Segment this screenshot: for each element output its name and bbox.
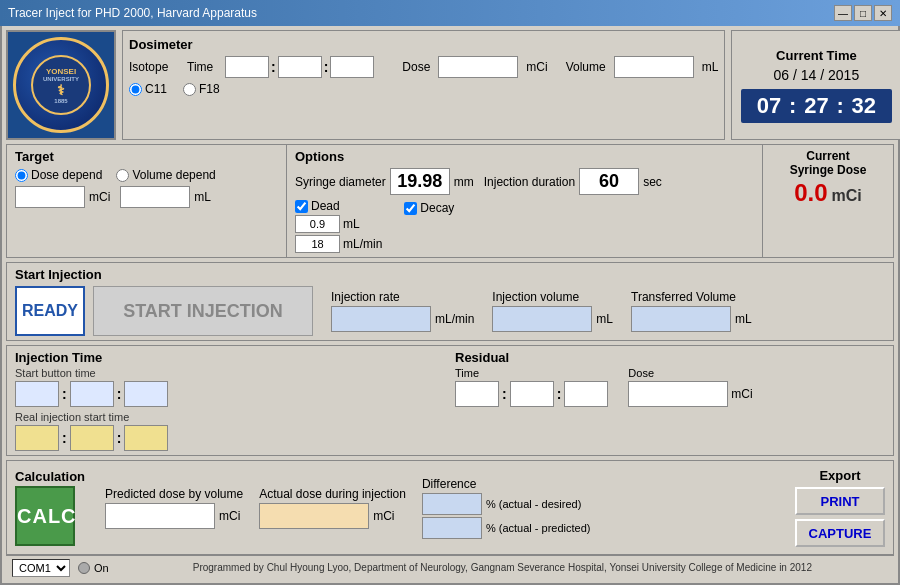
real-inj-minute[interactable]	[70, 425, 114, 451]
injection-time-title: Injection Time	[15, 350, 445, 365]
syringe-diameter-group: Syringe diameter 19.98 mm	[295, 168, 474, 195]
target-volume-input[interactable]	[120, 186, 190, 208]
real-inj-hour[interactable]	[15, 425, 59, 451]
diff-input1[interactable]	[422, 493, 482, 515]
radio-c11[interactable]: C11	[129, 82, 167, 96]
time-header-label: Time	[187, 60, 217, 74]
minimize-button[interactable]: —	[834, 5, 852, 21]
transferred-volume-unit: mL	[735, 312, 752, 326]
residual-time-minute[interactable]	[510, 381, 554, 407]
syringe-dose-unit: mCi	[832, 187, 862, 205]
dead-checkbox[interactable]	[295, 200, 308, 213]
start-btn-second[interactable]	[124, 381, 168, 407]
dose-depend-label: Dose depend	[31, 168, 102, 182]
main-window: YONSEI UNIVERSITY ⚕ 1885 Dosimeter Isoto…	[0, 26, 900, 585]
volume-depend-input[interactable]	[116, 169, 129, 182]
volume-depend-radio[interactable]: Volume depend	[116, 168, 215, 182]
capture-button[interactable]: CAPTURE	[795, 519, 885, 547]
ready-button[interactable]: READY	[15, 286, 85, 336]
dead-unit1-label: mL	[343, 217, 360, 231]
current-hour: 07	[749, 93, 789, 119]
top-section: YONSEI UNIVERSITY ⚕ 1885 Dosimeter Isoto…	[6, 30, 894, 140]
time-hour-input[interactable]	[225, 56, 269, 78]
start-button-time-label: Start button time	[15, 367, 445, 379]
radio-f18[interactable]: F18	[183, 82, 220, 96]
dosimeter-title: Dosimeter	[129, 37, 718, 52]
dose-depend-input[interactable]	[15, 169, 28, 182]
diff-row2: % (actual - predicted)	[422, 517, 591, 539]
status-bar: COM1 On Programmed by Chul Hyoung Lyoo, …	[6, 555, 894, 579]
target-dose-input[interactable]	[15, 186, 85, 208]
current-syringe-panel: Current Syringe Dose 0.0 mCi	[763, 145, 893, 257]
com-select[interactable]: COM1	[12, 559, 70, 577]
dead-val2-input[interactable]	[295, 235, 340, 253]
time-minute-input[interactable]	[278, 56, 322, 78]
syringe-dose-value: 0.0 mCi	[771, 179, 885, 207]
radio-c11-label: C11	[145, 82, 167, 96]
decay-checkbox[interactable]	[404, 202, 417, 215]
injection-volume-label: Injection volume	[492, 290, 613, 304]
start-btn-hour[interactable]	[15, 381, 59, 407]
volume-ml-label: mL	[702, 60, 719, 74]
transferred-volume-row: mL	[631, 306, 752, 332]
target-title: Target	[15, 149, 278, 164]
injection-volume-input[interactable]	[492, 306, 592, 332]
diff-input2[interactable]	[422, 517, 482, 539]
options-panel: Options Syringe diameter 19.98 mm Inject…	[287, 145, 763, 257]
residual-time-label: Time	[455, 367, 608, 379]
status-text: Programmed by Chul Hyoung Lyoo, Departme…	[117, 562, 888, 573]
transferred-volume-input[interactable]	[631, 306, 731, 332]
predicted-mci: mCi	[219, 509, 240, 523]
maximize-button[interactable]: □	[854, 5, 872, 21]
time-second-input[interactable]	[330, 56, 374, 78]
colon2: :	[324, 59, 329, 75]
logo-inner: YONSEI UNIVERSITY ⚕ 1885	[31, 55, 91, 115]
logo-box: YONSEI UNIVERSITY ⚕ 1885	[6, 30, 116, 140]
actual-mci: mCi	[373, 509, 394, 523]
residual-time-hour[interactable]	[455, 381, 499, 407]
actual-input[interactable]	[259, 503, 369, 529]
injection-rate-input[interactable]	[331, 306, 431, 332]
current-second: 32	[844, 93, 884, 119]
print-button[interactable]: PRINT	[795, 487, 885, 515]
residual-dose-label: Dose	[628, 367, 752, 379]
injection-volume-section: Injection volume mL	[492, 290, 613, 332]
dead-val1-input[interactable]	[295, 215, 340, 233]
radio-c11-input[interactable]	[129, 83, 142, 96]
time-colon2: :	[836, 93, 843, 119]
close-button[interactable]: ✕	[874, 5, 892, 21]
colon1: :	[271, 59, 276, 75]
volume-depend-label: Volume depend	[132, 168, 215, 182]
start-injection-button[interactable]: START INJECTION	[93, 286, 313, 336]
volume-input[interactable]	[614, 56, 694, 78]
dosimeter-panel: Dosimeter Isotope Time : : Dose mCi Volu…	[122, 30, 725, 140]
on-label: On	[94, 562, 109, 574]
calc-button[interactable]: CALC	[15, 486, 75, 546]
residual-group: Residual Time : : Dose mC	[455, 350, 885, 451]
current-time-display: 07 : 27 : 32	[741, 89, 892, 123]
radio-f18-label: F18	[199, 82, 220, 96]
dose-depend-radio[interactable]: Dose depend	[15, 168, 102, 182]
difference-label: Difference	[422, 477, 591, 491]
residual-dose-input[interactable]	[628, 381, 728, 407]
window-title: Tracer Inject for PHD 2000, Harvard Appa…	[8, 6, 257, 20]
calculation-section: Calculation CALC Predicted dose by volum…	[6, 460, 894, 555]
syringe-diam-label: Syringe diameter	[295, 175, 386, 189]
real-inj-second[interactable]	[124, 425, 168, 451]
residual-dose-mci: mCi	[731, 387, 752, 401]
title-bar: Tracer Inject for PHD 2000, Harvard Appa…	[0, 0, 900, 26]
real-injection-inputs: : :	[15, 425, 445, 451]
residual-time-second[interactable]	[564, 381, 608, 407]
middle-section: Target Dose depend Volume depend mCi mL	[6, 144, 894, 258]
syringe-dose-number: 0.0	[794, 179, 827, 207]
transferred-volume-section: Transferred Volume mL	[631, 290, 752, 332]
injection-duration-group: Injection duration 60 sec	[484, 168, 662, 195]
dose-input[interactable]	[438, 56, 518, 78]
dead-input-row2: mL/min	[295, 235, 382, 253]
isotope-label: Isotope	[129, 60, 179, 74]
predicted-input[interactable]	[105, 503, 215, 529]
radio-f18-input[interactable]	[183, 83, 196, 96]
injection-time-group: Injection Time Start button time : : Rea…	[15, 350, 445, 451]
start-btn-minute[interactable]	[70, 381, 114, 407]
target-mci-label: mCi	[89, 190, 110, 204]
